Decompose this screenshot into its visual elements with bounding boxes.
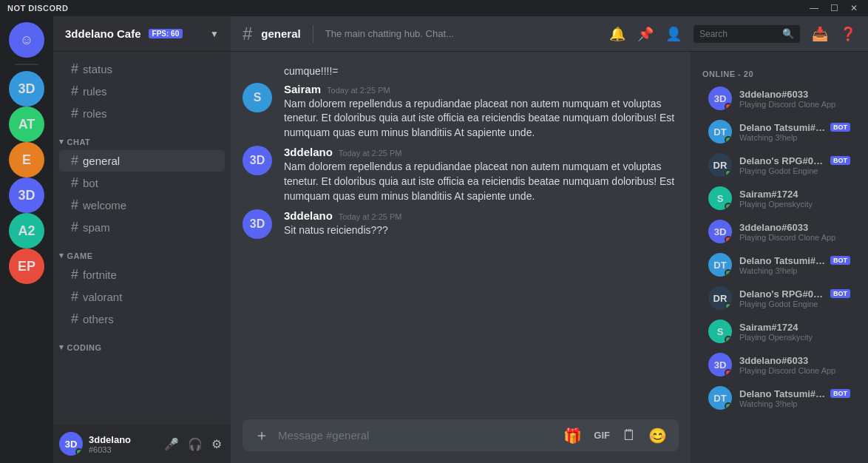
member-item[interactable]: DT Delano Tatsumi#8248 BOT Watching 3!he…	[696, 115, 862, 148]
server-icon-3d[interactable]: 3D	[9, 71, 44, 107]
member-name: Delano's RPG#0137	[739, 155, 827, 166]
member-item[interactable]: S Sairam#1724 Playing Openskycity	[696, 315, 862, 348]
add-attachment-button[interactable]: ＋	[251, 419, 272, 451]
member-item[interactable]: DT Delano Tatsumi#8248 BOT Watching 3!he…	[696, 382, 862, 414]
message-header: 3ddelano Today at 2:25 PM	[284, 146, 679, 158]
channel-hash-icon: #	[71, 197, 78, 213]
home-button[interactable]: ☺	[9, 22, 44, 58]
member-item[interactable]: DR Delano's RPG#0137 BOT Playing Godot E…	[696, 282, 862, 314]
member-status: Playing Openskycity	[739, 333, 850, 342]
member-name: 3ddelano#6033	[739, 222, 808, 233]
fps-badge: FPS: 60	[149, 29, 183, 38]
user-panel-name: 3ddelano	[89, 434, 155, 445]
server-icon-awesome-tech[interactable]: AT	[9, 107, 44, 142]
bot-badge: BOT	[830, 289, 850, 298]
channel-item-status[interactable]: #status	[59, 58, 225, 80]
member-status-dot	[725, 236, 732, 243]
channel-item-general[interactable]: #general	[59, 150, 225, 172]
member-avatar-initials: 3D	[714, 226, 727, 237]
channel-item-roles[interactable]: #roles	[59, 103, 225, 124]
server-icon-3d2[interactable]: 3D	[9, 178, 44, 213]
message-author[interactable]: 3ddelano	[284, 209, 333, 222]
category-label: CHAT	[67, 138, 91, 146]
channel-hash-icon: #	[71, 175, 78, 191]
member-name: Sairam#1724	[739, 322, 799, 333]
channel-header-description: The main chatting hub. Chat...	[325, 28, 600, 39]
window-controls: — ☐ ✕	[807, 3, 861, 13]
category-chat[interactable]: ▾CHAT	[53, 125, 231, 149]
member-avatar: 3D	[708, 87, 732, 110]
inbox-icon[interactable]: 📥	[812, 26, 828, 42]
sticker-icon[interactable]: 🗒	[619, 421, 640, 450]
member-item[interactable]: S Sairam#1724 Playing Openskycity	[696, 182, 862, 214]
member-status: Watching 3!help	[739, 399, 850, 408]
help-icon[interactable]: ❓	[840, 26, 856, 42]
member-status: Playing Openskycity	[739, 200, 850, 209]
channel-hash-icon: #	[71, 267, 78, 283]
user-panel-discriminator: #6033	[89, 445, 155, 454]
member-avatar-initials: DR	[713, 160, 728, 171]
members-icon[interactable]: 👤	[665, 26, 682, 42]
member-avatar: DR	[708, 153, 732, 177]
member-status-dot	[725, 169, 732, 177]
member-avatar: DT	[708, 386, 732, 410]
channel-label: rules	[83, 85, 107, 98]
emoji-icon[interactable]: 😊	[645, 421, 670, 450]
channel-item-others[interactable]: #others	[59, 308, 225, 330]
message-avatar: S	[243, 83, 272, 112]
input-right-icons: 🎁 GIF 🗒 😊	[560, 421, 670, 450]
microphone-icon[interactable]: 🎤	[161, 434, 182, 454]
member-avatar-initials: DT	[713, 393, 726, 404]
member-name: Delano Tatsumi#8248	[739, 122, 827, 133]
member-item[interactable]: 3D 3ddelano#6033 Playing Discord Clone A…	[696, 82, 862, 115]
search-icon: 🔍	[782, 28, 794, 39]
channel-item-fortnite[interactable]: #fortnite	[59, 264, 225, 285]
channel-hash-icon: #	[71, 311, 78, 327]
channel-item-valorant[interactable]: #valorant	[59, 286, 225, 308]
message-group: 3D 3ddelano Today at 2:25 PM Nam dolorem…	[231, 143, 691, 206]
server-icon-epson2[interactable]: EP	[9, 249, 44, 284]
member-name: Sairam#1724	[739, 189, 799, 200]
member-item[interactable]: 3D 3ddelano#6033 Playing Discord Clone A…	[696, 215, 862, 248]
headset-icon[interactable]: 🎧	[185, 434, 206, 454]
settings-icon[interactable]: ⚙	[208, 434, 225, 454]
member-status: Playing Godot Engine	[739, 300, 850, 308]
user-avatar-initials: 3D	[65, 439, 78, 450]
maximize-button[interactable]: ☐	[827, 3, 841, 13]
member-avatar: DT	[708, 120, 732, 143]
server-icon-epson[interactable]: E	[9, 142, 44, 178]
pin-icon[interactable]: 📌	[637, 26, 654, 42]
minimize-button[interactable]: —	[807, 3, 821, 13]
notification-icon[interactable]: 🔔	[609, 26, 625, 42]
search-input[interactable]	[699, 29, 778, 39]
member-avatar: S	[708, 320, 732, 343]
server-name: 3ddelano Cafe	[65, 27, 141, 40]
member-item[interactable]: DT Delano Tatsumi#8248 BOT Watching 3!he…	[696, 249, 862, 281]
category-label: CODING	[67, 343, 102, 352]
category-coding[interactable]: ▾CODING	[53, 331, 231, 355]
category-game[interactable]: ▾GAME	[53, 239, 231, 263]
message-body: 3ddelano Today at 2:25 PM Nam dolorem re…	[284, 146, 679, 203]
server-icon-awesome2[interactable]: A2	[9, 213, 44, 249]
server-header[interactable]: 3ddelano Cafe FPS: 60 ▼	[53, 16, 231, 52]
category-arrow-icon: ▾	[59, 137, 64, 146]
member-info: Delano Tatsumi#8248 BOT Watching 3!help	[739, 255, 850, 275]
channel-item-welcome[interactable]: #welcome	[59, 195, 225, 216]
member-item[interactable]: 3D 3ddelano#6033 Playing Discord Clone A…	[696, 348, 862, 381]
message-text: cumque!!!!=	[284, 65, 339, 77]
gift-icon[interactable]: 🎁	[560, 421, 585, 450]
channel-item-rules[interactable]: #rules	[59, 81, 225, 102]
member-avatar: S	[708, 186, 732, 210]
message-author[interactable]: Sairam	[284, 83, 321, 95]
search-bar[interactable]: 🔍	[694, 25, 800, 43]
gif-icon[interactable]: GIF	[591, 424, 613, 447]
channel-item-bot[interactable]: #bot	[59, 172, 225, 194]
close-button[interactable]: ✕	[847, 3, 861, 13]
member-item[interactable]: DR Delano's RPG#0137 BOT Playing Godot E…	[696, 149, 862, 181]
member-status: Playing Discord Clone App	[739, 100, 850, 109]
chat-input[interactable]	[278, 422, 555, 449]
channel-label: roles	[83, 107, 107, 120]
channel-item-spam[interactable]: #spam	[59, 217, 225, 238]
message-author[interactable]: 3ddelano	[284, 146, 333, 158]
server-list: ☺ 3DATE3DA2EP	[0, 16, 53, 463]
